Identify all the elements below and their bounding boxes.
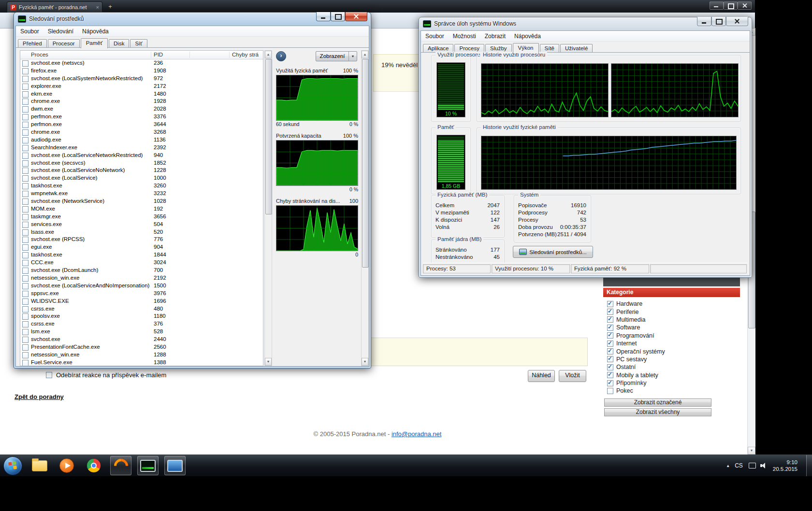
rm-menu-item[interactable]: Soubor	[16, 28, 44, 35]
process-row[interactable]: services.exe504	[20, 221, 263, 228]
tm-menu-item[interactable]: Zobrazit	[480, 33, 510, 40]
footer-email-link[interactable]: info@poradna.net	[392, 430, 442, 438]
process-row[interactable]: svchost.exe (secsvcs)1852	[20, 159, 263, 167]
process-row[interactable]: firefox.exe1908	[20, 67, 263, 75]
process-row[interactable]: perfmon.exe3376	[20, 113, 263, 121]
process-row[interactable]: taskmgr.exe3656	[20, 213, 263, 221]
rm-menu-item[interactable]: Sledování	[44, 28, 78, 35]
scroll-down-icon[interactable]: ▼	[265, 358, 272, 366]
taskbar-item-chrome[interactable]	[83, 456, 104, 475]
table-scrollbar[interactable]: ▲ ▼	[264, 50, 272, 366]
rm-tab-procesor[interactable]: Procesor	[48, 39, 80, 48]
process-checkbox[interactable]	[22, 329, 29, 335]
category-item[interactable]: Multimedia	[605, 316, 738, 324]
process-checkbox[interactable]	[22, 222, 29, 228]
process-checkbox[interactable]	[22, 237, 29, 243]
process-checkbox[interactable]	[22, 68, 29, 74]
category-checkbox[interactable]	[607, 341, 613, 347]
panel-scrollbar[interactable]: ▲ ▼	[361, 50, 369, 366]
category-item[interactable]: Periferie	[605, 308, 738, 315]
category-item[interactable]: Mobily a tablety	[605, 371, 738, 379]
process-row[interactable]: svchost.exe (LocalServiceNetworkRestrict…	[20, 152, 263, 159]
category-checkbox[interactable]	[607, 325, 613, 331]
process-row[interactable]: dwm.exe2028	[20, 105, 263, 113]
process-row[interactable]: explorer.exe2172	[20, 83, 263, 90]
process-row[interactable]: WLIDSVC.EXE1696	[20, 298, 263, 305]
category-checkbox[interactable]	[607, 372, 613, 378]
column-page-faults[interactable]: Chyby strá	[232, 52, 259, 57]
process-row[interactable]: PresentationFontCache.exe2560	[20, 343, 263, 351]
tm-close-button[interactable]	[726, 17, 748, 26]
process-row[interactable]: csrss.exe480	[20, 305, 263, 313]
process-checkbox[interactable]	[22, 337, 29, 343]
back-to-forum-link[interactable]: Zpět do poradny	[14, 393, 64, 400]
input-device-icon[interactable]	[749, 463, 756, 468]
taskbar-item-firefox[interactable]	[110, 456, 131, 475]
open-resource-monitor-button[interactable]: Sledování prostředků...	[513, 246, 593, 258]
show-all-button[interactable]: Zobrazit všechny	[604, 408, 711, 416]
process-row[interactable]: CCC.exe3024	[20, 259, 263, 267]
category-checkbox[interactable]	[607, 309, 613, 315]
process-checkbox[interactable]	[22, 99, 29, 105]
process-table-header[interactable]: Proces PID Chyby strá	[20, 51, 263, 59]
category-item[interactable]: Hardware	[605, 300, 738, 308]
scrollbar-thumb[interactable]	[265, 59, 272, 214]
subscribe-checkbox[interactable]	[46, 372, 52, 378]
scroll-down-icon[interactable]: ▼	[362, 358, 368, 366]
process-row[interactable]: svchost.exe2440	[20, 336, 263, 343]
tm-tab-výkon[interactable]: Výkon	[513, 43, 539, 53]
process-checkbox[interactable]	[22, 260, 29, 266]
taskbar-clock[interactable]: 9:10 20.5.2015	[773, 459, 798, 472]
process-checkbox[interactable]	[22, 352, 29, 358]
rm-maximize-button[interactable]	[331, 12, 345, 21]
process-row[interactable]: Fuel.Service.exe1388	[20, 359, 263, 366]
process-row[interactable]: taskhost.exe3260	[20, 182, 263, 190]
process-row[interactable]: netsession_win.exe1288	[20, 351, 263, 359]
show-selected-button[interactable]: Zobrazit označené	[604, 398, 711, 407]
preview-button[interactable]: Náhled	[528, 370, 555, 382]
column-process[interactable]: Proces	[31, 52, 48, 57]
scroll-up-icon[interactable]: ▲	[362, 51, 368, 58]
category-checkbox[interactable]	[607, 388, 613, 394]
process-checkbox[interactable]	[22, 175, 29, 182]
process-checkbox[interactable]	[22, 344, 29, 351]
process-checkbox[interactable]	[22, 84, 29, 90]
taskbar-item-task-manager[interactable]	[164, 456, 186, 475]
rm-menu-item[interactable]: Nápověda	[78, 28, 113, 35]
process-checkbox[interactable]	[22, 153, 29, 159]
taskbar-item-resource-monitor[interactable]	[137, 456, 159, 475]
process-checkbox[interactable]	[22, 283, 29, 289]
process-row[interactable]: SearchIndexer.exe2392	[20, 144, 263, 152]
process-row[interactable]: lsass.exe520	[20, 228, 263, 236]
process-checkbox[interactable]	[22, 206, 29, 213]
category-checkbox[interactable]	[607, 332, 613, 339]
category-item[interactable]: PC sestavy	[605, 355, 738, 363]
taskbar-item-media-player[interactable]	[56, 456, 77, 475]
rm-tab-síť[interactable]: Síť	[130, 39, 147, 48]
process-checkbox[interactable]	[22, 122, 29, 128]
process-row[interactable]: ekrn.exe1480	[20, 90, 263, 98]
process-row[interactable]: perfmon.exe3644	[20, 121, 263, 128]
process-checkbox[interactable]	[22, 91, 29, 98]
process-checkbox[interactable]	[22, 76, 29, 82]
rm-minimize-button[interactable]	[316, 12, 331, 21]
tm-menu-item[interactable]: Nápověda	[510, 33, 545, 40]
views-dropdown-button[interactable]: Zobrazení ▼	[316, 51, 357, 61]
category-checkbox[interactable]	[607, 356, 613, 362]
process-row[interactable]: wmpnetwk.exe3232	[20, 190, 263, 198]
tm-maximize-button[interactable]	[711, 17, 726, 26]
submit-button[interactable]: Vložit	[559, 370, 586, 382]
category-checkbox[interactable]	[607, 364, 613, 370]
process-row[interactable]: lsm.exe528	[20, 328, 263, 336]
process-checkbox[interactable]	[22, 160, 29, 167]
process-checkbox[interactable]	[22, 60, 29, 67]
process-checkbox[interactable]	[22, 321, 29, 327]
process-checkbox[interactable]	[22, 137, 29, 143]
rm-tab-paměť[interactable]: Paměť	[81, 38, 108, 48]
collapse-panel-button[interactable]: ›	[276, 51, 286, 61]
category-item[interactable]: Programování	[605, 332, 738, 340]
process-row[interactable]: svchost.exe (NetworkService)1028	[20, 198, 263, 205]
process-checkbox[interactable]	[22, 252, 29, 258]
browser-minimize-button[interactable]	[710, 1, 724, 10]
process-row[interactable]: csrss.exe376	[20, 320, 263, 328]
